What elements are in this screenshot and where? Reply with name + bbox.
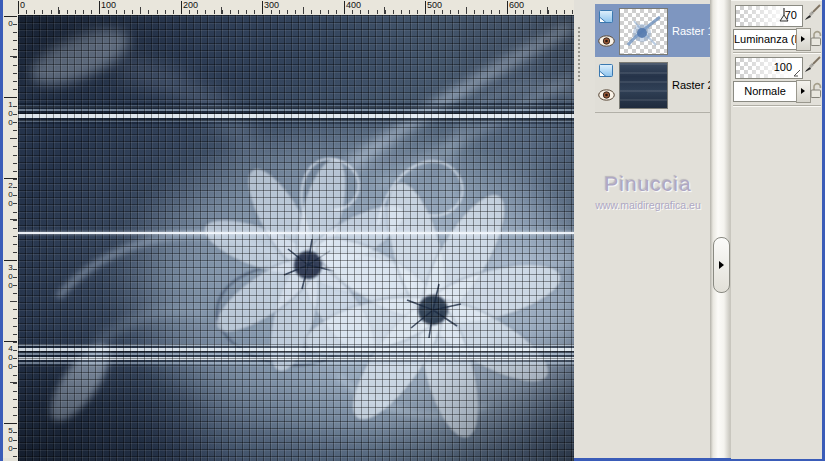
mosaic-texture [18,15,574,461]
ruler-v-label: 0 [6,19,15,28]
watermark-site: www.maidiregrafica.eu [578,199,718,211]
ruler-h-mark: 0 [18,1,19,14]
raster-layer-icon [598,63,615,78]
ruler-h-label: 0 [20,0,25,10]
right-arrow-icon [719,261,724,269]
layer-row-raster1[interactable]: Raster 1 [595,4,711,57]
open-padlock-icon[interactable] [810,81,823,99]
opacity-slider-raster1[interactable]: 70 [735,5,803,27]
ruler-v-mark: 0 [4,16,17,17]
opacity-value: 100 [774,61,792,73]
ruler-v-mark: 200 [4,178,17,179]
ruler-h-label: 400 [346,0,361,10]
ruler-h-label: 500 [427,0,442,10]
psp-workspace: 0 100 200 300 400 500 600 0 100 200 300 … [0,0,825,461]
palette-divider [595,112,711,113]
blend-mode-dropdown-button[interactable] [796,80,811,103]
ruler-h-mark: 500 [425,1,426,14]
ruler-medium-ticks [10,16,17,458]
open-padlock-icon[interactable] [810,29,823,47]
image-canvas[interactable] [18,15,574,461]
opacity-slider-raster2[interactable]: 100 [735,57,803,79]
ruler-h-label: 200 [183,0,198,10]
ruler-corner [3,0,18,15]
visibility-eye-icon[interactable] [598,35,615,47]
stripe-line-middle [18,232,574,234]
right-arrow-icon [801,36,805,42]
slider-corner-mark-icon [793,69,801,77]
ruler-v-label: 200 [6,181,15,208]
ruler-v-mark: 100 [4,97,17,98]
ruler-h-mark: 200 [181,1,182,14]
brush-icon[interactable] [804,56,822,73]
ruler-v-label: 300 [6,263,15,290]
layer-row-raster2[interactable]: Raster 2 [595,58,711,111]
ruler-v-label: 500 [6,426,15,453]
ruler-v-label: 100 [6,100,15,127]
ruler-h-label: 600 [509,0,524,10]
layer-name[interactable]: Raster 2 [672,79,714,91]
visibility-eye-icon[interactable] [598,89,615,101]
ruler-h-mark: 300 [262,1,263,14]
layer-name[interactable]: Raster 1 [672,25,714,37]
panel-separator [733,105,821,107]
layer-thumbnail[interactable] [619,62,668,109]
ruler-h-mark: 100 [99,1,100,14]
panel-separator [733,52,821,54]
ruler-v-mark: 400 [4,341,17,342]
brush-icon[interactable] [804,4,822,21]
palette-grip[interactable] [578,27,580,81]
watermark-name: Pinuccia [583,172,713,196]
right-arrow-icon [801,88,805,94]
ruler-h-label: 100 [101,0,116,10]
ruler-horizontal: 0 100 200 300 400 500 600 [3,0,574,16]
raster-layer-icon [598,9,615,24]
ruler-h-mark: 600 [507,1,508,14]
opacity-value: 70 [785,9,797,21]
ruler-v-label: 400 [6,344,15,371]
ruler-vertical: 0 100 200 300 400 500 [3,15,19,458]
blend-mode-select-raster2[interactable]: Normale [733,81,797,102]
splitter-collapse-button[interactable] [713,237,730,293]
ruler-v-mark: 500 [4,423,17,424]
ruler-h-label: 300 [264,0,279,10]
ruler-h-mark: 400 [344,1,345,14]
blend-mode-select-raster1[interactable]: Luminanza (L) [733,29,797,50]
ruler-v-mark: 300 [4,260,17,261]
panel-splitter [710,0,731,458]
layer-thumbnail[interactable] [619,8,668,55]
blend-mode-dropdown-button[interactable] [796,28,811,51]
